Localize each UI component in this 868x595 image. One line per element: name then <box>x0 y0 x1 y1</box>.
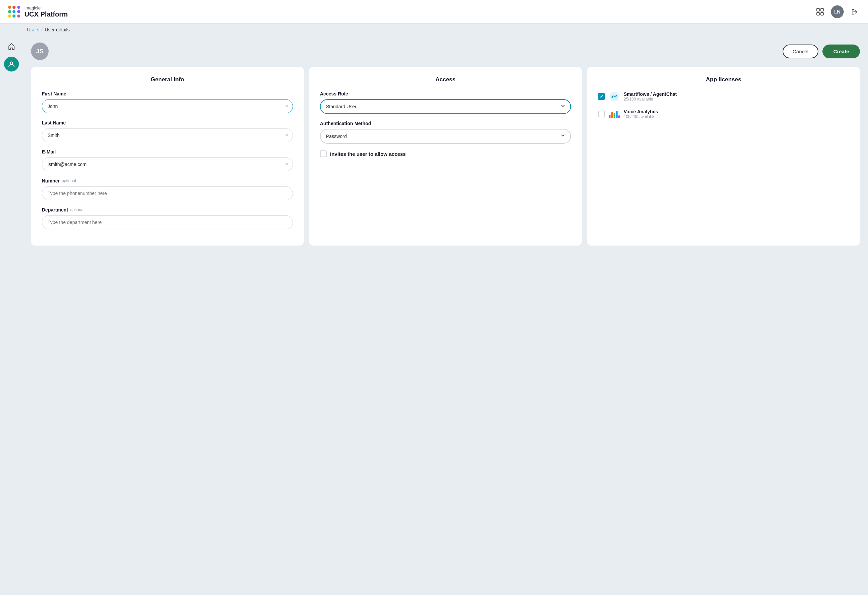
last-name-input[interactable] <box>42 128 293 142</box>
smartflows-count: 25/100 available <box>624 97 677 102</box>
svg-rect-3 <box>821 12 824 15</box>
voice-analytics-name: Voice Analytics <box>624 109 658 114</box>
top-header: Imagicle UCX Platform LN <box>0 0 868 24</box>
number-input[interactable] <box>42 186 293 200</box>
general-info-panel: General Info First Name × Last Name × <box>31 67 304 246</box>
smartflows-info: Smartflows / AgentChat 25/100 available <box>624 91 677 102</box>
access-panel: Access Access Role Standard User Admin R… <box>309 67 582 246</box>
auth-method-select[interactable]: Password SSO LDAP <box>320 129 571 144</box>
brand-name: Imagicle <box>24 5 68 10</box>
access-role-group: Access Role Standard User Admin Read Onl… <box>320 91 571 114</box>
email-input-wrapper: × <box>42 157 293 171</box>
cancel-button[interactable]: Cancel <box>782 44 819 58</box>
access-role-select[interactable]: Standard User Admin Read Only <box>320 99 571 114</box>
list-item: Smartflows / AgentChat 25/100 available <box>598 91 849 102</box>
user-header-row: JS Cancel Create <box>31 43 860 60</box>
breadcrumb-current: User details <box>44 27 69 32</box>
email-clear-icon[interactable]: × <box>285 162 288 167</box>
svg-point-5 <box>10 62 13 65</box>
first-name-input-wrapper: × <box>42 99 293 113</box>
svg-point-8 <box>616 95 617 96</box>
email-input[interactable] <box>42 157 293 171</box>
first-name-label: First Name <box>42 91 293 96</box>
access-panel-title: Access <box>320 76 571 83</box>
create-button[interactable]: Create <box>822 44 860 58</box>
last-name-group: Last Name × <box>42 120 293 142</box>
voice-analytics-info: Voice Analytics 105/200 available <box>624 109 658 119</box>
voice-analytics-icon <box>609 109 620 119</box>
list-item: Voice Analytics 105/200 available <box>598 109 849 119</box>
email-label: E-Mail <box>42 149 293 155</box>
sidebar-home-icon[interactable] <box>4 39 19 54</box>
logo-dots <box>8 6 20 18</box>
main-content: JS Cancel Create General Info First Name… <box>23 36 868 594</box>
platform-name: UCX Platform <box>24 10 68 18</box>
user-avatar-header[interactable]: LN <box>831 5 844 18</box>
general-info-title: General Info <box>42 76 293 83</box>
number-group: Number optional <box>42 178 293 200</box>
smartflows-name: Smartflows / AgentChat <box>624 91 677 97</box>
last-name-clear-icon[interactable]: × <box>285 133 288 138</box>
grid-icon[interactable] <box>815 6 825 17</box>
action-buttons: Cancel Create <box>782 44 860 58</box>
logo-area: Imagicle UCX Platform <box>8 5 815 18</box>
invite-checkbox-row: Invites the user to allow access <box>320 150 571 157</box>
smartflows-checkbox[interactable] <box>598 93 605 100</box>
department-group: Department optional <box>42 207 293 229</box>
breadcrumb-parent[interactable]: Users <box>27 27 40 32</box>
auth-method-label: Authentication Method <box>320 121 571 126</box>
breadcrumb: Users / User details <box>0 24 868 36</box>
voice-analytics-checkbox[interactable] <box>598 110 605 117</box>
svg-rect-1 <box>821 9 824 11</box>
invite-checkbox[interactable] <box>320 150 327 157</box>
header-actions: LN <box>815 5 860 18</box>
svg-rect-0 <box>817 9 819 11</box>
first-name-input[interactable] <box>42 99 293 113</box>
access-role-label: Access Role <box>320 91 571 96</box>
last-name-label: Last Name <box>42 120 293 125</box>
auth-method-select-wrapper: Password SSO LDAP <box>320 129 571 144</box>
email-group: E-Mail × <box>42 149 293 171</box>
panels: General Info First Name × Last Name × <box>31 67 860 246</box>
svg-point-7 <box>611 96 613 98</box>
access-role-select-wrapper: Standard User Admin Read Only <box>320 99 571 114</box>
department-input[interactable] <box>42 215 293 229</box>
logo-title: Imagicle UCX Platform <box>24 5 68 18</box>
voice-analytics-count: 105/200 available <box>624 114 658 119</box>
smartflows-icon <box>609 91 620 102</box>
auth-method-group: Authentication Method Password SSO LDAP <box>320 121 571 144</box>
main-layout: JS Cancel Create General Info First Name… <box>0 36 868 594</box>
logout-icon[interactable] <box>849 6 860 17</box>
app-licenses-title: App licenses <box>598 76 849 83</box>
user-avatar: JS <box>31 43 49 60</box>
sidebar-users-icon[interactable] <box>4 57 19 72</box>
sidebar <box>0 36 23 594</box>
svg-rect-2 <box>817 12 819 15</box>
last-name-input-wrapper: × <box>42 128 293 142</box>
first-name-group: First Name × <box>42 91 293 113</box>
invite-checkbox-label: Invites the user to allow access <box>330 151 406 157</box>
department-label: Department optional <box>42 207 293 212</box>
number-label: Number optional <box>42 178 293 184</box>
first-name-clear-icon[interactable]: × <box>285 103 288 109</box>
app-licenses-panel: App licenses Smartflows / AgentChat <box>587 67 860 246</box>
breadcrumb-separator: / <box>41 27 43 32</box>
